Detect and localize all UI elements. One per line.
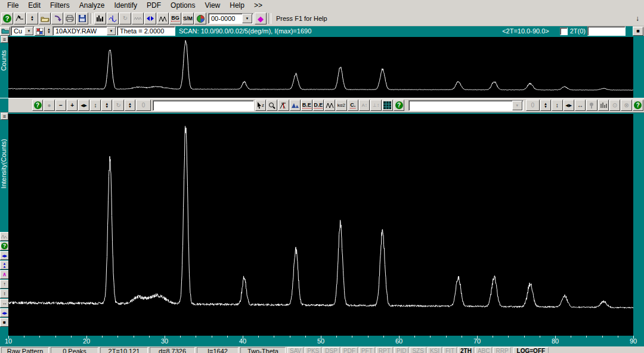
log-toggle[interactable]: LOG=OFF (513, 347, 549, 353)
status-flag[interactable]: PID (394, 347, 409, 353)
menu-item[interactable]: Filters (45, 1, 75, 10)
overlay-trace-button[interactable] (132, 13, 144, 24)
x-axis-bar[interactable]: 102030405060708090 (0, 336, 644, 345)
col-help-button[interactable]: ? (0, 241, 9, 250)
status-flag[interactable]: RPT (376, 347, 393, 353)
two-theta-zero-checkbox[interactable] (560, 27, 568, 35)
profile-fit-button[interactable] (290, 100, 301, 111)
combo-dropdown-icon[interactable]: ▼ (512, 101, 522, 110)
background-button[interactable]: BG (169, 13, 181, 24)
two-theta-zero-input[interactable]: 0.0 (587, 26, 626, 36)
menu-item[interactable]: PDF (142, 1, 166, 10)
peak-outline-button[interactable] (324, 100, 335, 111)
status-flag[interactable]: PDF (341, 347, 358, 353)
menu-item[interactable]: Analyze (75, 1, 110, 10)
pin-overlay-button[interactable] (586, 100, 597, 111)
expand-v-button[interactable]: ▲▼ (101, 100, 112, 111)
col-pan-h-button[interactable]: ◀▶ (0, 251, 9, 260)
combo-dropdown-icon[interactable]: ▼ (24, 27, 33, 35)
menu-item[interactable]: Edit (23, 1, 45, 10)
pdf-number-combo[interactable]: 00-0000 ▼ (208, 13, 253, 24)
file-combo[interactable]: 10AXDY.RAW ▼ (52, 26, 117, 36)
col-stop-button[interactable]: ■ (0, 318, 9, 327)
status-flag[interactable]: 2TH (458, 347, 474, 353)
col-scale-h-button[interactable]: ↔ (0, 299, 9, 308)
menu-item[interactable]: >> (249, 1, 267, 10)
status-flag[interactable]: SZS (410, 347, 426, 353)
anode-combo[interactable]: Cu ▼ (11, 26, 35, 36)
open-file-button[interactable] (39, 13, 51, 24)
status-flag[interactable]: PKS (305, 347, 321, 353)
menu-item[interactable]: Identify (109, 1, 142, 10)
cursor-tool-button[interactable] (14, 13, 26, 24)
overview-chart-menu-button[interactable]: ≡ (1, 36, 8, 43)
pan-left-right-button[interactable]: ◀▶ (78, 100, 89, 111)
file-spinner[interactable]: ▲▼ (45, 28, 52, 34)
phase-combo[interactable]: ▼ (408, 100, 523, 111)
mid-help-button[interactable]: ? (32, 100, 43, 111)
combo-dropdown-icon[interactable]: ▼ (107, 27, 116, 35)
status-flag[interactable]: FIT (443, 347, 457, 353)
refresh-view-button[interactable]: ↻ (113, 100, 123, 111)
status-flag[interactable]: PFT (359, 347, 375, 353)
scale-v-button[interactable]: ↕ (90, 100, 101, 111)
find-peaks-button[interactable] (157, 13, 169, 24)
peak-marker-button[interactable] (278, 100, 289, 111)
smooth-merge-button[interactable]: S/M (182, 13, 194, 24)
overlay-folder-button[interactable] (0, 27, 10, 36)
scale-a-button[interactable]: A↕ (359, 100, 370, 111)
list-count-button[interactable]: 0 (526, 100, 540, 111)
display-mode-button[interactable]: ■ (633, 27, 643, 36)
mid-help2-button[interactable]: ? (394, 100, 404, 111)
col-scale-v-button[interactable]: ↕ (0, 289, 9, 298)
status-flag[interactable]: ABC (475, 347, 493, 353)
calibrate-button[interactable]: C. (348, 100, 358, 111)
background-edit-button[interactable]: B.E (301, 100, 312, 111)
scale-updown-button[interactable]: ▲▼ (26, 13, 38, 24)
help-button[interactable]: ? (1, 13, 13, 24)
zoom-count-button[interactable]: 0 (136, 100, 151, 111)
pan-horizontal-button[interactable] (144, 13, 156, 24)
zoom-in-button[interactable]: + (67, 100, 78, 111)
smooth-button[interactable] (107, 13, 119, 24)
menu-item[interactable]: Options (166, 1, 200, 10)
grid-toggle-button[interactable] (382, 100, 393, 111)
clear-overlay-button[interactable]: ⊗ (621, 100, 631, 111)
col-scroll-up-button[interactable]: ↑ (0, 280, 9, 289)
pattern-view-button[interactable] (94, 13, 106, 24)
kalpha2-strip-button[interactable]: kα2 (336, 100, 346, 111)
data-edit-button[interactable]: D.E (313, 100, 324, 111)
zoom-tool-button[interactable] (267, 100, 277, 111)
status-flag[interactable]: SAV (287, 347, 304, 353)
gem-button[interactable]: ◆ (255, 13, 267, 24)
menu-item[interactable]: View (200, 1, 225, 10)
axis-mode-panel[interactable]: Two-Theta (240, 347, 286, 353)
nudge-h-button[interactable]: ◀▶ (564, 100, 574, 111)
nudge-v-button[interactable]: ▲▼ (540, 100, 551, 111)
record-button[interactable]: ● (44, 100, 54, 111)
menu-item[interactable]: Help (225, 1, 249, 10)
restore-button[interactable]: ↻ (119, 13, 131, 24)
menu-item[interactable]: File (2, 1, 23, 10)
print-button[interactable] (64, 13, 76, 24)
save-button[interactable] (76, 13, 88, 24)
edit-box[interactable] (153, 100, 254, 111)
toolbar-overflow-down-icon[interactable]: ↓ (636, 14, 639, 23)
col-collapse-button[interactable]: ∧ (0, 270, 9, 279)
status-flag[interactable]: RRP (493, 347, 510, 353)
scale-axes-button[interactable]: ⊥↕ (370, 100, 381, 111)
zoom-out-button[interactable]: − (55, 100, 66, 111)
stick-pattern-button[interactable] (598, 100, 609, 111)
overview-xrd-canvas[interactable] (8, 37, 633, 98)
spin-down-icon[interactable]: ▼ (47, 31, 51, 34)
col-expand-up-button[interactable]: ▲▲ (0, 261, 9, 270)
stretch-v-button[interactable]: ↕ (552, 100, 562, 111)
mini-trace-button[interactable] (0, 232, 9, 241)
stretch-h-button[interactable]: ↔ (575, 100, 586, 111)
status-flag[interactable]: DSP (323, 347, 340, 353)
status-flag[interactable]: KSI (428, 347, 442, 353)
pdf-database-button[interactable] (194, 13, 206, 24)
mid-help3-button[interactable]: ? (633, 100, 643, 111)
import-button[interactable] (51, 13, 63, 24)
rotate-list-button[interactable]: ⊙ (609, 100, 620, 111)
